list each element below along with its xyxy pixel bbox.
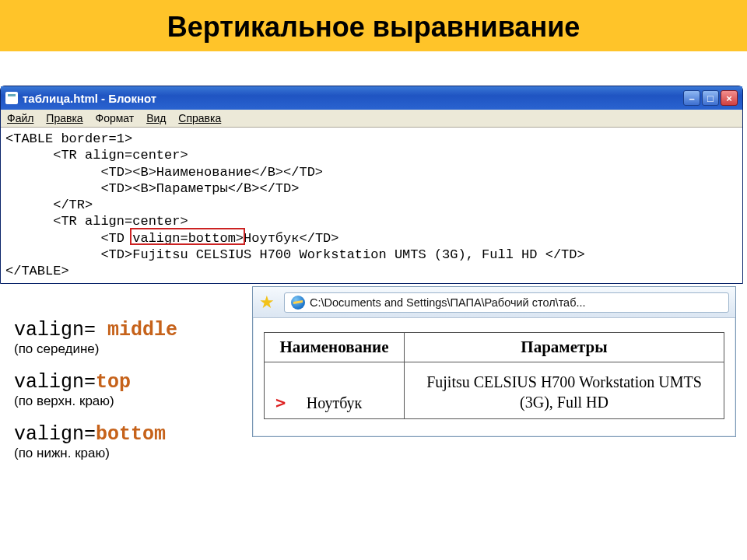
legend-middle: valign= middle (по середине) (14, 319, 247, 357)
notepad-icon (5, 92, 18, 104)
browser-viewport: Наименование Параметры > Ноутбук Fujitsu… (253, 318, 735, 436)
ie-icon (291, 296, 305, 310)
table-row: Наименование Параметры (265, 333, 724, 362)
menu-help[interactable]: Справка (178, 112, 221, 124)
notepad-code-area[interactable]: <TABLE border=1> <TR align=center> <TD><… (1, 128, 742, 283)
table-row: > Ноутбук Fujitsu CELSIUS H700 Workstati… (265, 362, 724, 419)
browser-window: ★ C:\Documents and Settings\ПАПА\Рабочий… (252, 286, 736, 437)
page-path: C:\Documents and Settings\ПАПА\Рабочий с… (310, 296, 586, 309)
td-product: > Ноутбук (265, 362, 405, 419)
notepad-menubar[interactable]: Файл Правка Формат Вид Справка (1, 110, 742, 128)
legend-bottom: valign=bottom (по нижн. краю) (14, 423, 247, 461)
close-button[interactable]: × (721, 90, 738, 106)
td-spec: Fujitsu CELSIUS H700 Workstation UMTS (3… (405, 362, 724, 419)
menu-edit[interactable]: Правка (46, 112, 82, 124)
legend-middle-desc: (по середине) (14, 341, 247, 357)
legend-top: valign=top (по верхн. краю) (14, 371, 247, 409)
menu-file[interactable]: Файл (7, 112, 33, 124)
notepad-title: таблица.html - Блокнот (23, 92, 156, 105)
browser-toolbar: ★ C:\Documents and Settings\ПАПА\Рабочий… (253, 287, 735, 318)
th-params: Параметры (405, 333, 724, 362)
valign-legend: valign= middle (по середине) valign=top … (14, 319, 247, 475)
notepad-window: таблица.html - Блокнот – □ × Файл Правка… (0, 86, 743, 284)
minimize-button[interactable]: – (683, 90, 700, 106)
menu-format[interactable]: Формат (96, 112, 135, 124)
cell-product-label: Ноутбук (307, 394, 363, 412)
legend-top-desc: (по верхн. краю) (14, 394, 247, 409)
address-bar[interactable]: C:\Documents and Settings\ПАПА\Рабочий с… (284, 292, 729, 313)
slide-title: Вертикальное выравнивание (0, 11, 747, 44)
notepad-titlebar[interactable]: таблица.html - Блокнот – □ × (1, 86, 742, 110)
window-controls: – □ × (683, 90, 738, 106)
maximize-button[interactable]: □ (702, 90, 719, 106)
valign-marker-icon: > (275, 393, 286, 412)
rendered-table: Наименование Параметры > Ноутбук Fujitsu… (264, 332, 724, 419)
cell-spec-label: Fujitsu CELSIUS H700 Workstation UMTS (3… (426, 373, 702, 411)
favorites-star-icon[interactable]: ★ (259, 294, 276, 311)
menu-view[interactable]: Вид (146, 112, 166, 124)
legend-bottom-desc: (по нижн. краю) (14, 446, 247, 461)
th-name: Наименование (265, 333, 405, 362)
highlight-valign: valign=bottom (132, 231, 236, 246)
slide-title-bar: Вертикальное выравнивание (0, 0, 747, 51)
